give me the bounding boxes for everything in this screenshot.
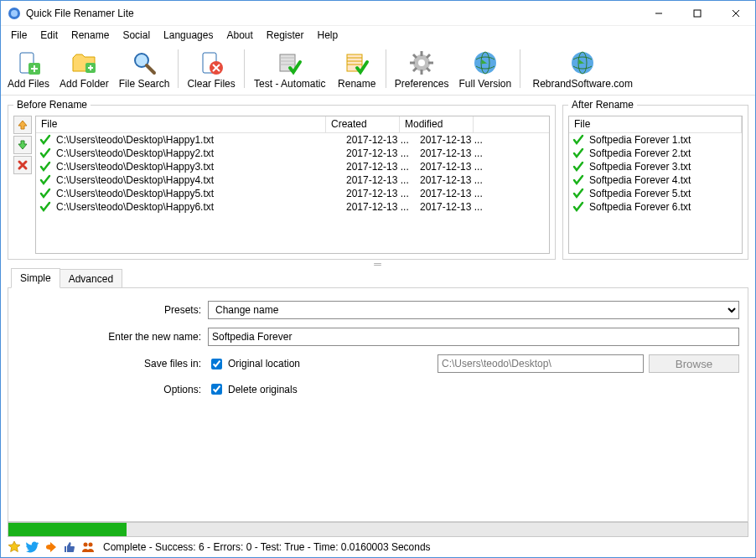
svg-point-29 xyxy=(84,543,88,547)
tab-advanced[interactable]: Advanced xyxy=(60,269,122,288)
cell-file: C:\Users\teodo\Desktop\Happy3.txt xyxy=(51,161,341,173)
cell-created: 2017-12-13 ... xyxy=(341,161,415,173)
full-version-button[interactable]: Full Version xyxy=(454,48,517,91)
table-row[interactable]: Softpedia Forever 2.txt xyxy=(569,147,742,160)
toolbar-separator xyxy=(244,49,245,88)
before-file-list[interactable]: File Created Modified C:\Users\teodo\Des… xyxy=(35,116,550,254)
close-button[interactable] xyxy=(717,1,755,26)
maximize-button[interactable] xyxy=(678,1,717,26)
delete-originals-check-input[interactable] xyxy=(211,384,222,395)
check-icon xyxy=(572,174,584,186)
menu-register[interactable]: Register xyxy=(260,27,311,44)
options-label: Options: xyxy=(17,384,208,395)
check-icon xyxy=(572,201,584,213)
file-search-button[interactable]: File Search xyxy=(114,48,175,91)
tab-strip: Simple Advanced xyxy=(8,268,748,288)
cell-modified: 2017-12-13 ... xyxy=(415,188,489,199)
delete-originals-checkbox[interactable]: Delete originals xyxy=(208,381,298,397)
share-icon[interactable] xyxy=(44,540,58,554)
after-rename-title: After Rename xyxy=(568,99,637,111)
after-rename-group: After Rename File Softpedia Forever 1.tx… xyxy=(562,99,748,260)
original-location-check-input[interactable] xyxy=(211,359,222,369)
rename-button[interactable]: Rename xyxy=(332,48,382,91)
check-icon xyxy=(572,147,584,159)
cell-file: Softpedia Forever 4.txt xyxy=(584,174,742,186)
cell-file: Softpedia Forever 6.txt xyxy=(584,201,742,213)
file-plus-icon xyxy=(15,49,42,76)
table-row[interactable]: Softpedia Forever 4.txt xyxy=(569,173,742,187)
minimize-button[interactable] xyxy=(639,1,678,26)
check-icon xyxy=(39,147,51,159)
check-icon xyxy=(572,161,584,173)
svg-point-16 xyxy=(418,59,425,66)
rebrand-link-button[interactable]: RebrandSoftware.com xyxy=(524,48,641,91)
column-modified[interactable]: Modified xyxy=(400,116,474,132)
menu-about[interactable]: About xyxy=(220,27,259,44)
menu-help[interactable]: Help xyxy=(311,27,345,44)
new-name-input[interactable] xyxy=(208,328,739,346)
move-down-button[interactable] xyxy=(13,136,32,154)
menu-languages[interactable]: Languages xyxy=(157,27,220,44)
toolbar-label: Clear Files xyxy=(187,78,235,90)
menu-file[interactable]: File xyxy=(4,27,34,44)
after-file-list[interactable]: File Softpedia Forever 1.txtSoftpedia Fo… xyxy=(568,116,743,254)
cell-file: Softpedia Forever 3.txt xyxy=(584,161,742,173)
table-row[interactable]: Softpedia Forever 5.txt xyxy=(569,187,742,200)
table-row[interactable]: C:\Users\teodo\Desktop\Happy1.txt2017-12… xyxy=(36,133,549,147)
table-row[interactable]: Softpedia Forever 3.txt xyxy=(569,160,742,173)
gear-icon xyxy=(408,49,435,76)
tab-simple[interactable]: Simple xyxy=(11,268,60,288)
cell-created: 2017-12-13 ... xyxy=(341,174,415,186)
toolbar-label: Add Files xyxy=(8,78,49,90)
before-rename-group: Before Rename File Created Modified C:\U… xyxy=(8,99,556,260)
check-icon xyxy=(39,201,51,213)
table-row[interactable]: C:\Users\teodo\Desktop\Happy2.txt2017-12… xyxy=(36,147,549,160)
table-row[interactable]: C:\Users\teodo\Desktop\Happy5.txt2017-12… xyxy=(36,187,549,200)
add-folder-button[interactable]: Add Folder xyxy=(54,48,114,91)
toolbar: Add Files Add Folder File Search Clear F… xyxy=(1,44,755,96)
column-file[interactable]: File xyxy=(36,116,326,132)
column-created[interactable]: Created xyxy=(326,116,400,132)
window-title: Quick File Renamer Lite xyxy=(26,8,639,19)
original-location-checkbox[interactable]: Original location xyxy=(208,356,300,372)
remove-item-button[interactable] xyxy=(13,156,32,174)
list-header: File Created Modified xyxy=(36,116,549,133)
star-icon[interactable] xyxy=(8,540,21,554)
cell-file: C:\Users\teodo\Desktop\Happy6.txt xyxy=(51,201,341,213)
table-row[interactable]: Softpedia Forever 6.txt xyxy=(569,200,742,214)
search-icon xyxy=(131,49,158,76)
globe-icon xyxy=(472,49,499,76)
menu-rename[interactable]: Rename xyxy=(65,27,116,44)
cell-file: Softpedia Forever 5.txt xyxy=(584,188,742,199)
cell-file: Softpedia Forever 1.txt xyxy=(584,134,742,146)
move-up-button[interactable] xyxy=(13,116,32,134)
toolbar-separator xyxy=(520,49,520,88)
add-files-button[interactable]: Add Files xyxy=(3,48,54,91)
svg-line-10 xyxy=(147,65,154,73)
menu-edit[interactable]: Edit xyxy=(34,27,65,44)
column-file[interactable]: File xyxy=(569,116,742,132)
twitter-icon[interactable] xyxy=(26,540,39,554)
menu-social[interactable]: Social xyxy=(116,27,157,44)
toolbar-label: Preferences xyxy=(395,78,449,90)
check-icon xyxy=(39,161,51,173)
folder-plus-icon xyxy=(70,49,97,76)
globe-icon xyxy=(569,49,596,76)
svg-rect-3 xyxy=(694,10,701,17)
cell-modified: 2017-12-13 ... xyxy=(415,134,489,146)
thumbs-up-icon[interactable] xyxy=(63,540,76,554)
presets-select[interactable]: Change name xyxy=(208,301,739,319)
test-automatic-button[interactable]: Test - Automatic xyxy=(248,48,332,91)
table-row[interactable]: Softpedia Forever 1.txt xyxy=(569,133,742,147)
preferences-button[interactable]: Preferences xyxy=(390,48,454,91)
clear-files-button[interactable]: Clear Files xyxy=(182,48,240,91)
tab-page-simple: Presets: Change name Enter the new name:… xyxy=(8,287,748,522)
horizontal-splitter[interactable]: ═ xyxy=(8,260,748,268)
table-row[interactable]: C:\Users\teodo\Desktop\Happy4.txt2017-12… xyxy=(36,173,549,187)
table-row[interactable]: C:\Users\teodo\Desktop\Happy6.txt2017-12… xyxy=(36,200,549,214)
delete-originals-text: Delete originals xyxy=(228,384,298,395)
table-row[interactable]: C:\Users\teodo\Desktop\Happy3.txt2017-12… xyxy=(36,160,549,173)
cell-created: 2017-12-13 ... xyxy=(341,134,415,146)
browse-button: Browse xyxy=(649,354,739,373)
people-icon[interactable] xyxy=(81,540,95,554)
